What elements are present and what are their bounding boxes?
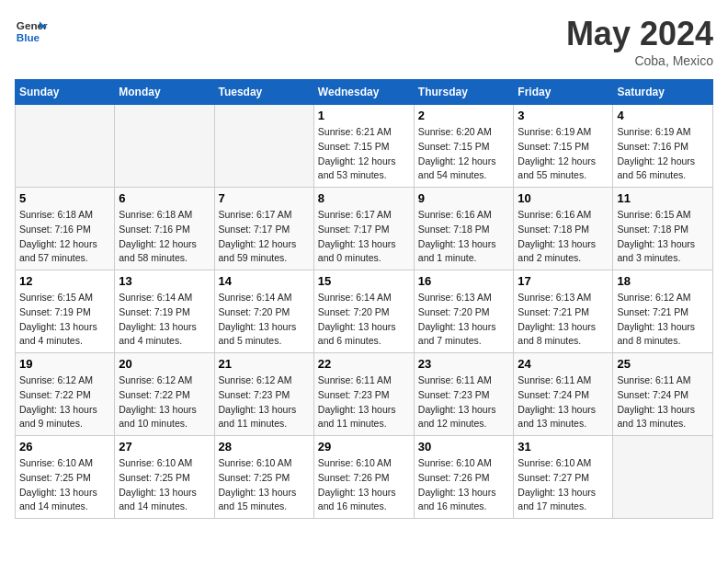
day-info: Sunrise: 6:18 AMSunset: 7:16 PMDaylight:… (19, 208, 110, 266)
day-number: 18 (617, 274, 709, 288)
day-info: Sunrise: 6:21 AMSunset: 7:15 PMDaylight:… (318, 125, 410, 183)
day-info: Sunrise: 6:19 AMSunset: 7:15 PMDaylight:… (518, 125, 609, 183)
day-number: 8 (318, 191, 410, 205)
header-thursday: Thursday (414, 80, 514, 105)
day-info: Sunrise: 6:16 AMSunset: 7:18 PMDaylight:… (518, 208, 609, 266)
day-info: Sunrise: 6:14 AMSunset: 7:20 PMDaylight:… (219, 291, 310, 349)
day-cell: 8Sunrise: 6:17 AMSunset: 7:17 PMDaylight… (313, 188, 414, 270)
day-cell (613, 436, 713, 519)
day-number: 3 (518, 109, 609, 122)
day-number: 6 (119, 191, 210, 205)
month-title: May 2024 (566, 15, 713, 53)
day-number: 17 (518, 274, 609, 288)
day-info: Sunrise: 6:11 AMSunset: 7:23 PMDaylight:… (418, 373, 510, 431)
day-cell: 18Sunrise: 6:12 AMSunset: 7:21 PMDayligh… (613, 270, 713, 353)
day-cell: 10Sunrise: 6:16 AMSunset: 7:18 PMDayligh… (514, 188, 613, 270)
day-cell: 27Sunrise: 6:10 AMSunset: 7:25 PMDayligh… (115, 436, 214, 519)
day-number: 30 (418, 440, 510, 454)
week-row-1: 1Sunrise: 6:21 AMSunset: 7:15 PMDaylight… (16, 105, 713, 188)
svg-text:Blue: Blue (17, 31, 40, 43)
day-cell: 12Sunrise: 6:15 AMSunset: 7:19 PMDayligh… (16, 270, 115, 353)
day-cell: 16Sunrise: 6:13 AMSunset: 7:20 PMDayligh… (414, 270, 514, 353)
week-row-4: 19Sunrise: 6:12 AMSunset: 7:22 PMDayligh… (16, 353, 713, 436)
day-cell: 13Sunrise: 6:14 AMSunset: 7:19 PMDayligh… (115, 270, 214, 353)
day-cell: 17Sunrise: 6:13 AMSunset: 7:21 PMDayligh… (514, 270, 613, 353)
day-number: 23 (418, 357, 510, 371)
day-number: 2 (418, 109, 510, 122)
day-cell: 20Sunrise: 6:12 AMSunset: 7:22 PMDayligh… (115, 353, 214, 436)
day-info: Sunrise: 6:16 AMSunset: 7:18 PMDaylight:… (418, 208, 510, 266)
day-cell: 4Sunrise: 6:19 AMSunset: 7:16 PMDaylight… (613, 105, 713, 188)
day-cell (16, 105, 115, 188)
day-number: 29 (318, 440, 410, 454)
day-cell: 7Sunrise: 6:17 AMSunset: 7:17 PMDaylight… (214, 188, 313, 270)
day-info: Sunrise: 6:14 AMSunset: 7:20 PMDaylight:… (318, 291, 410, 349)
day-number: 15 (318, 274, 410, 288)
title-block: May 2024 Coba, Mexico (566, 15, 713, 68)
day-number: 11 (617, 191, 709, 205)
header-sunday: Sunday (16, 80, 115, 105)
day-cell: 5Sunrise: 6:18 AMSunset: 7:16 PMDaylight… (16, 188, 115, 270)
day-number: 22 (318, 357, 410, 371)
day-number: 4 (617, 109, 709, 122)
day-info: Sunrise: 6:10 AMSunset: 7:25 PMDaylight:… (219, 456, 310, 514)
day-info: Sunrise: 6:10 AMSunset: 7:26 PMDaylight:… (418, 456, 510, 514)
day-info: Sunrise: 6:10 AMSunset: 7:25 PMDaylight:… (19, 456, 110, 514)
location: Coba, Mexico (566, 53, 713, 68)
week-row-2: 5Sunrise: 6:18 AMSunset: 7:16 PMDaylight… (16, 188, 713, 270)
day-info: Sunrise: 6:12 AMSunset: 7:23 PMDaylight:… (219, 373, 310, 431)
day-info: Sunrise: 6:10 AMSunset: 7:25 PMDaylight:… (119, 456, 210, 514)
day-number: 21 (219, 357, 310, 371)
day-number: 5 (19, 191, 110, 205)
week-row-3: 12Sunrise: 6:15 AMSunset: 7:19 PMDayligh… (16, 270, 713, 353)
day-number: 10 (518, 191, 609, 205)
day-info: Sunrise: 6:17 AMSunset: 7:17 PMDaylight:… (318, 208, 410, 266)
day-number: 13 (119, 274, 210, 288)
day-info: Sunrise: 6:14 AMSunset: 7:19 PMDaylight:… (119, 291, 210, 349)
day-number: 27 (119, 440, 210, 454)
day-info: Sunrise: 6:11 AMSunset: 7:24 PMDaylight:… (617, 373, 709, 431)
day-cell: 23Sunrise: 6:11 AMSunset: 7:23 PMDayligh… (414, 353, 514, 436)
header-saturday: Saturday (613, 80, 713, 105)
day-cell: 1Sunrise: 6:21 AMSunset: 7:15 PMDaylight… (313, 105, 414, 188)
day-cell (214, 105, 313, 188)
day-info: Sunrise: 6:12 AMSunset: 7:22 PMDaylight:… (19, 373, 110, 431)
day-cell: 22Sunrise: 6:11 AMSunset: 7:23 PMDayligh… (313, 353, 414, 436)
day-number: 7 (219, 191, 310, 205)
calendar-table: SundayMondayTuesdayWednesdayThursdayFrid… (15, 79, 713, 519)
day-number: 31 (518, 440, 609, 454)
day-cell: 9Sunrise: 6:16 AMSunset: 7:18 PMDaylight… (414, 188, 514, 270)
day-info: Sunrise: 6:10 AMSunset: 7:27 PMDaylight:… (518, 456, 609, 514)
day-number: 20 (119, 357, 210, 371)
header-monday: Monday (115, 80, 214, 105)
week-row-5: 26Sunrise: 6:10 AMSunset: 7:25 PMDayligh… (16, 436, 713, 519)
day-cell: 31Sunrise: 6:10 AMSunset: 7:27 PMDayligh… (514, 436, 613, 519)
day-cell: 30Sunrise: 6:10 AMSunset: 7:26 PMDayligh… (414, 436, 514, 519)
day-cell: 25Sunrise: 6:11 AMSunset: 7:24 PMDayligh… (613, 353, 713, 436)
day-cell: 11Sunrise: 6:15 AMSunset: 7:18 PMDayligh… (613, 188, 713, 270)
logo: General Blue (15, 15, 48, 48)
day-info: Sunrise: 6:18 AMSunset: 7:16 PMDaylight:… (119, 208, 210, 266)
page-header: General Blue May 2024 Coba, Mexico (15, 15, 713, 68)
day-info: Sunrise: 6:11 AMSunset: 7:24 PMDaylight:… (518, 373, 609, 431)
day-cell: 2Sunrise: 6:20 AMSunset: 7:15 PMDaylight… (414, 105, 514, 188)
day-info: Sunrise: 6:13 AMSunset: 7:20 PMDaylight:… (418, 291, 510, 349)
day-number: 28 (219, 440, 310, 454)
day-cell: 15Sunrise: 6:14 AMSunset: 7:20 PMDayligh… (313, 270, 414, 353)
header-tuesday: Tuesday (214, 80, 313, 105)
day-cell: 21Sunrise: 6:12 AMSunset: 7:23 PMDayligh… (214, 353, 313, 436)
day-info: Sunrise: 6:11 AMSunset: 7:23 PMDaylight:… (318, 373, 410, 431)
day-info: Sunrise: 6:19 AMSunset: 7:16 PMDaylight:… (617, 125, 709, 183)
days-header-row: SundayMondayTuesdayWednesdayThursdayFrid… (16, 80, 713, 105)
day-number: 26 (19, 440, 110, 454)
day-number: 16 (418, 274, 510, 288)
day-info: Sunrise: 6:20 AMSunset: 7:15 PMDaylight:… (418, 125, 510, 183)
day-cell: 29Sunrise: 6:10 AMSunset: 7:26 PMDayligh… (313, 436, 414, 519)
day-info: Sunrise: 6:12 AMSunset: 7:21 PMDaylight:… (617, 291, 709, 349)
header-wednesday: Wednesday (313, 80, 414, 105)
day-cell: 28Sunrise: 6:10 AMSunset: 7:25 PMDayligh… (214, 436, 313, 519)
day-info: Sunrise: 6:10 AMSunset: 7:26 PMDaylight:… (318, 456, 410, 514)
day-number: 14 (219, 274, 310, 288)
day-cell: 26Sunrise: 6:10 AMSunset: 7:25 PMDayligh… (16, 436, 115, 519)
day-cell: 24Sunrise: 6:11 AMSunset: 7:24 PMDayligh… (514, 353, 613, 436)
